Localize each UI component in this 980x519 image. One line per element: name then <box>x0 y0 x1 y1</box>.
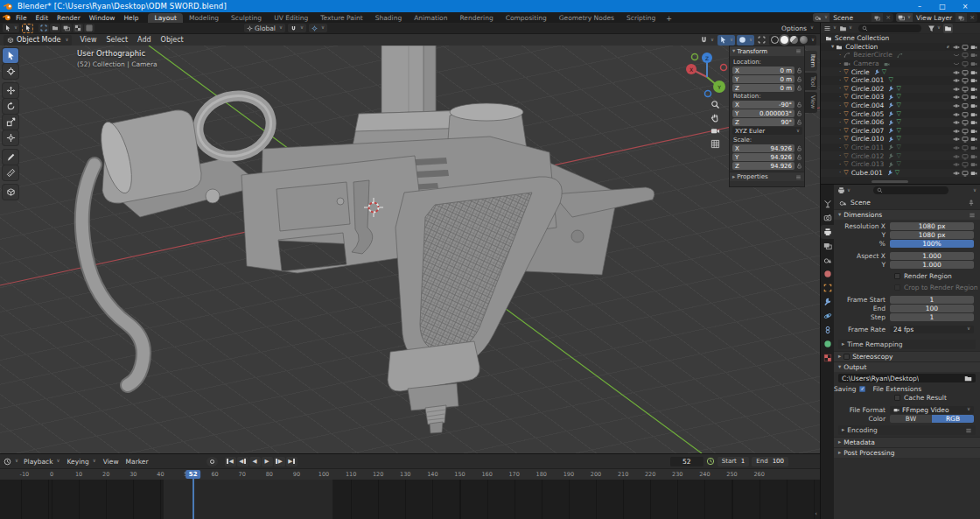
breadcrumb-scene-name[interactable]: Scene <box>850 199 871 207</box>
workspace-tab-geometry-nodes[interactable]: Geometry Nodes <box>553 13 620 23</box>
menu-file[interactable]: File <box>11 14 32 22</box>
menu-help[interactable]: Help <box>119 14 143 22</box>
object-name[interactable]: Circle.001 <box>851 76 885 84</box>
pin-icon[interactable] <box>968 199 975 207</box>
workspace-add-button[interactable]: + <box>662 15 676 23</box>
outliner-row-circle-001[interactable]: ·▽Circle.001▽ <box>821 76 980 85</box>
menu-edit[interactable]: Edit <box>32 14 53 22</box>
n-panel-tab-tool[interactable]: Tool <box>805 73 817 91</box>
disclosure-icon[interactable]: ▾ <box>831 44 834 50</box>
render-checkbox[interactable]: ✓ <box>946 45 950 49</box>
jump-to-end-button[interactable]: ▶ <box>286 457 298 466</box>
eye-toggle-icon[interactable] <box>953 118 960 126</box>
playhead-frame-bubble[interactable]: 52 <box>186 470 201 479</box>
scene-selector[interactable]: ∨ Scene × <box>813 13 893 22</box>
output-path-field[interactable]: C:\Users\Ryan\Desktop\ <box>838 374 976 382</box>
timeline-menu-marker[interactable]: Marker <box>126 458 149 466</box>
eye-toggle-icon[interactable] <box>953 144 960 151</box>
properties-panel-header[interactable]: ▸ Properties <box>730 172 804 181</box>
workspace-tab-shading[interactable]: Shading <box>369 13 408 23</box>
object-name[interactable]: Circle.002 <box>851 85 885 93</box>
object-name[interactable]: Cube.001 <box>851 169 883 177</box>
odm-sword-model[interactable] <box>0 46 820 453</box>
checkbox-crop-to-render-region[interactable] <box>894 284 900 291</box>
camera-view-icon[interactable] <box>710 126 720 136</box>
proportional-editing-dropdown[interactable]: ∨ <box>309 24 327 32</box>
encoding-panel[interactable]: ▸ Encoding <box>838 425 976 435</box>
pan-hand-icon[interactable] <box>710 113 720 123</box>
maximize-button[interactable]: □ <box>931 3 954 11</box>
auto-key-button[interactable] <box>206 457 218 466</box>
perspective-toggle-icon[interactable] <box>710 139 720 149</box>
shading-rendered-button[interactable] <box>800 36 808 44</box>
lock-icon[interactable] <box>796 145 802 152</box>
eye-closed-toggle-icon[interactable] <box>953 60 960 67</box>
object-name[interactable]: BezierCircle <box>853 51 892 59</box>
outliner-row-circle-011[interactable]: ·▽Circle.011▽ <box>821 144 980 152</box>
file-extensions-checkbox[interactable]: ✓ <box>859 386 865 392</box>
outliner-row-circle-005[interactable]: ·▽Circle.005▽ <box>821 109 980 118</box>
properties-tab-constraints[interactable] <box>821 323 834 337</box>
object-name[interactable]: Circle.013 <box>851 160 885 168</box>
viewport-menu-view[interactable]: View <box>78 36 98 44</box>
outliner-row-circle-010[interactable]: ·▽Circle.010▽ <box>821 135 980 144</box>
outliner-row-circle[interactable]: ·▽Circle▽ <box>821 67 980 76</box>
lock-icon[interactable] <box>796 85 802 92</box>
transform-rotation-x-field[interactable]: X-90° <box>732 101 794 109</box>
properties-tab-output[interactable] <box>821 225 834 239</box>
timeline-menu-playback[interactable]: Playback∨ <box>24 458 60 466</box>
gizmo-x-neg[interactable] <box>721 65 727 71</box>
eye-toggle-icon[interactable] <box>953 68 960 76</box>
frame-rate-dropdown[interactable]: 24 fps∨ <box>890 326 974 333</box>
dimension-y-field[interactable]: 1.000 <box>890 261 974 269</box>
outliner-editor-dropdown[interactable]: ∨ <box>823 25 836 32</box>
object-name[interactable]: Circle.006 <box>851 118 885 126</box>
menu-window[interactable]: Window <box>85 14 120 22</box>
new-scene-icon[interactable] <box>872 13 883 22</box>
monitor-toggle-icon[interactable] <box>962 135 969 143</box>
post-processing-panel-header[interactable]: ▸ Post Processing <box>834 447 980 458</box>
overlays-toggle[interactable]: ∨ <box>737 35 754 46</box>
rotation-mode-dropdown[interactable]: XYZ Euler ∨ <box>732 127 802 135</box>
lock-icon[interactable] <box>796 119 802 126</box>
zoom-icon[interactable] <box>710 100 720 109</box>
object-name[interactable]: Circle.004 <box>851 102 885 109</box>
properties-search-input[interactable] <box>873 186 948 194</box>
select-intersect-icon[interactable] <box>84 24 94 32</box>
outliner-scrollbar[interactable] <box>872 180 908 183</box>
monitor-toggle-icon[interactable] <box>962 68 969 76</box>
outliner-row-collection[interactable]: ▾Collection✓ <box>821 43 980 52</box>
snapping-dropdown[interactable]: ∨ <box>288 24 306 32</box>
monitor-toggle-icon[interactable] <box>962 110 969 118</box>
camera-toggle-icon[interactable] <box>970 160 977 168</box>
xray-toggle[interactable] <box>756 35 767 46</box>
outliner-search-input[interactable] <box>858 25 921 32</box>
monitor-toggle-icon[interactable] <box>962 76 969 84</box>
object-name[interactable]: Circle.003 <box>851 93 885 101</box>
properties-tab-object[interactable] <box>821 281 834 295</box>
n-panel-tab-item[interactable]: Item <box>805 51 817 71</box>
color-option-bw[interactable]: BW <box>890 415 932 423</box>
eye-toggle-icon[interactable] <box>953 93 960 101</box>
measure-tool[interactable] <box>3 165 18 180</box>
camera-toggle-icon[interactable] <box>970 93 977 101</box>
workspace-tab-modeling[interactable]: Modeling <box>183 13 225 23</box>
camera-toggle-icon[interactable] <box>970 51 977 59</box>
view-layer-name[interactable]: View Layer <box>913 14 956 22</box>
properties-tab-data[interactable] <box>821 337 834 351</box>
camera-toggle-icon[interactable] <box>970 43 977 51</box>
checkbox-render-region[interactable] <box>894 273 900 279</box>
properties-editor-dropdown[interactable]: ∨ <box>837 186 850 194</box>
presets-icon[interactable] <box>969 212 976 219</box>
camera-toggle-icon[interactable] <box>970 169 977 177</box>
monitor-toggle-icon[interactable] <box>962 43 969 51</box>
play-reverse-button[interactable]: ◀ <box>249 457 261 466</box>
object-name[interactable]: Circle.010 <box>851 135 885 143</box>
timeline-scroll-arrow[interactable]: ‹ <box>815 510 817 517</box>
outliner-row-beziercircle[interactable]: ·BezierCircle <box>821 51 980 60</box>
unlink-scene-icon[interactable]: × <box>883 14 893 21</box>
time-remapping-panel[interactable]: ▸ Time Remapping <box>838 340 976 349</box>
eye-toggle-icon[interactable] <box>953 152 960 160</box>
camera-toggle-icon[interactable] <box>970 102 977 109</box>
select-new-icon[interactable] <box>38 24 49 32</box>
